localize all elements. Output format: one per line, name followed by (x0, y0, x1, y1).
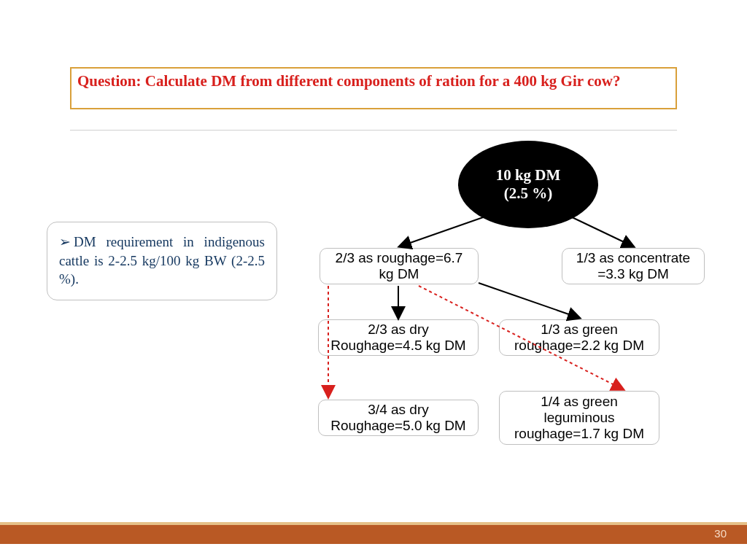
node-concentrate-text: 1/3 as concentrate =3.3 kg DM (568, 250, 698, 282)
question-text: Question: Calculate DM from different co… (77, 72, 620, 90)
arrow-root-to-concentrate (569, 216, 633, 246)
node-roughage: 2/3 as roughage=6.7 kg DM (320, 248, 479, 284)
note-text: DM requirement in indigenous cattle is 2… (59, 234, 265, 287)
node-dry-roughage-alt-text: 3/4 as dry Roughage=5.0 kg DM (325, 402, 472, 434)
node-dry-roughage-alt: 3/4 as dry Roughage=5.0 kg DM (318, 400, 479, 436)
node-dry-roughage: 2/3 as dry Roughage=4.5 kg DM (318, 319, 479, 356)
node-dry-roughage-text: 2/3 as dry Roughage=4.5 kg DM (325, 322, 472, 354)
node-green-roughage-text: 1/3 as green roughage=2.2 kg DM (506, 322, 653, 354)
footer-bar (0, 522, 747, 544)
node-roughage-text: 2/3 as roughage=6.7 kg DM (326, 250, 472, 282)
root-node: 10 kg DM (2.5 %) (458, 141, 598, 228)
slide: Question: Calculate DM from different co… (0, 0, 747, 560)
page-number: 30 (714, 527, 727, 540)
question-box: Question: Calculate DM from different co… (70, 67, 677, 109)
divider (70, 130, 677, 131)
bullet-icon: ➢ (59, 234, 71, 249)
node-green-leguminous: 1/4 as green leguminous roughage=1.7 kg … (499, 391, 659, 445)
note-box: ➢DM requirement in indigenous cattle is … (47, 222, 277, 300)
arrow-root-to-roughage (400, 216, 487, 246)
node-green-leguminous-text: 1/4 as green leguminous roughage=1.7 kg … (506, 394, 653, 442)
root-line2: (2.5 %) (504, 184, 553, 203)
root-line1: 10 kg DM (496, 166, 561, 184)
node-concentrate: 1/3 as concentrate =3.3 kg DM (562, 248, 705, 284)
arrow-roughage-to-green (479, 283, 579, 318)
node-green-roughage: 1/3 as green roughage=2.2 kg DM (499, 319, 659, 356)
